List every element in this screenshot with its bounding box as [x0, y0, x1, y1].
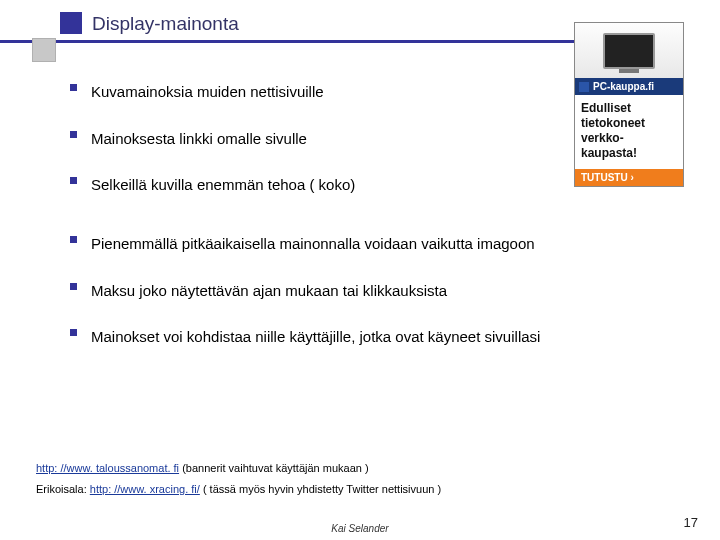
title-accent-square: [60, 12, 82, 34]
bullet-list-top: Kuvamainoksia muiden nettisivuille Maino…: [70, 78, 550, 218]
bullet-item: Kuvamainoksia muiden nettisivuille: [70, 78, 550, 107]
bullet-text: Selkeillä kuvilla enemmän tehoa ( koko): [91, 171, 355, 200]
bullet-icon: [70, 329, 77, 336]
ad-banner: PC-kauppa.fi Edulliset tietokoneet verkk…: [574, 22, 684, 187]
ad-image: [575, 23, 683, 78]
references: http: //www. taloussanomat. fi (bannerit…: [36, 458, 676, 500]
bullet-item: Selkeillä kuvilla enemmän tehoa ( koko): [70, 171, 550, 200]
bullet-icon: [70, 236, 77, 243]
bullet-text: Pienemmällä pitkäaikaisella mainonnalla …: [91, 230, 535, 259]
bullet-icon: [70, 84, 77, 91]
reference-link[interactable]: http: //www. xracing. fi/: [90, 483, 200, 495]
reference-line: Erikoisala: http: //www. xracing. fi/ ( …: [36, 479, 676, 500]
ad-brand-text: PC-kauppa.fi: [593, 81, 654, 92]
monitor-icon: [603, 33, 655, 69]
ad-cta-label: TUTUSTU ›: [581, 172, 634, 183]
ad-brand-icon: [579, 82, 589, 92]
corner-accent-square: [32, 38, 56, 62]
ad-body-text: Edulliset tietokoneet verkko-kaupasta!: [575, 95, 683, 169]
bullet-text: Kuvamainoksia muiden nettisivuille: [91, 78, 324, 107]
bullet-item: Mainoksesta linkki omalle sivulle: [70, 125, 550, 154]
bullet-icon: [70, 283, 77, 290]
reference-note: (bannerit vaihtuvat käyttäjän mukaan ): [179, 462, 369, 474]
bullet-text: Mainokset voi kohdistaa niille käyttäjil…: [91, 323, 540, 352]
reference-link[interactable]: http: //www. taloussanomat. fi: [36, 462, 179, 474]
footer-author: Kai Selander: [0, 523, 720, 534]
bullet-text: Maksu joko näytettävän ajan mukaan tai k…: [91, 277, 447, 306]
bullet-item: Pienemmällä pitkäaikaisella mainonnalla …: [70, 230, 670, 259]
bullet-list-bottom: Pienemmällä pitkäaikaisella mainonnalla …: [70, 230, 670, 370]
ad-brand-bar: PC-kauppa.fi: [575, 78, 683, 95]
bullet-icon: [70, 177, 77, 184]
bullet-item: Mainokset voi kohdistaa niille käyttäjil…: [70, 323, 670, 352]
slide-title: Display-mainonta: [92, 13, 239, 36]
bullet-item: Maksu joko näytettävän ajan mukaan tai k…: [70, 277, 670, 306]
reference-line: http: //www. taloussanomat. fi (bannerit…: [36, 458, 676, 479]
bullet-icon: [70, 131, 77, 138]
reference-note: ( tässä myös hyvin yhdistetty Twitter ne…: [200, 483, 441, 495]
ad-cta-button[interactable]: TUTUSTU ›: [575, 169, 683, 186]
title-underline: [0, 40, 640, 43]
reference-prefix: Erikoisala:: [36, 483, 90, 495]
bullet-text: Mainoksesta linkki omalle sivulle: [91, 125, 307, 154]
page-number: 17: [684, 515, 698, 530]
